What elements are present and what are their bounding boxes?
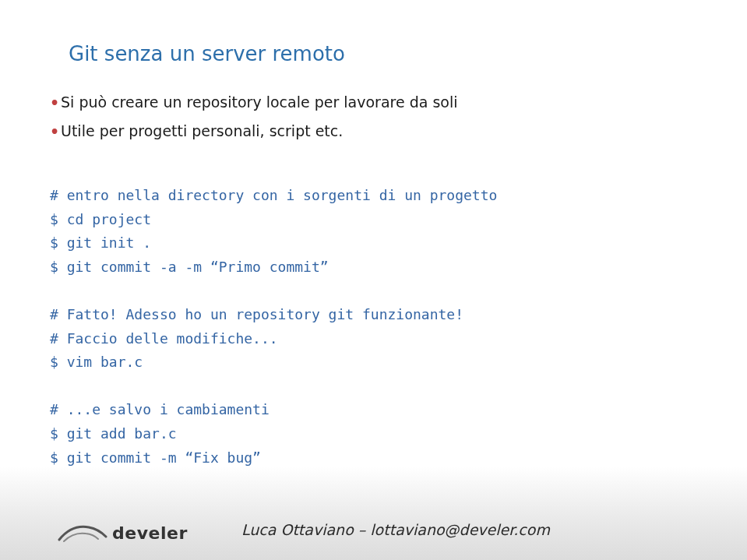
slide-title: Git senza un server remoto (69, 42, 345, 65)
logo-text: develer (112, 523, 188, 543)
slide-content: • Si può creare un repository locale per… (50, 92, 689, 149)
footer-author: Luca Ottaviano – lottaviano@develer.com (241, 521, 550, 538)
footer-background (0, 467, 747, 560)
bullet-text: Si può creare un repository locale per l… (61, 92, 689, 114)
bullet-dot-icon: • (50, 92, 61, 114)
bullet-item: • Utile per progetti personali, script e… (50, 121, 689, 143)
bullet-item: • Si può creare un repository locale per… (50, 92, 689, 114)
slide: Git senza un server remoto • Si può crea… (0, 0, 747, 560)
code-block: # entro nella directory con i sorgenti d… (50, 184, 689, 470)
logo-mark-icon (58, 519, 109, 543)
bullet-text: Utile per progetti personali, script etc… (61, 121, 689, 143)
logo: develer (58, 519, 188, 543)
bullet-dot-icon: • (50, 121, 61, 143)
